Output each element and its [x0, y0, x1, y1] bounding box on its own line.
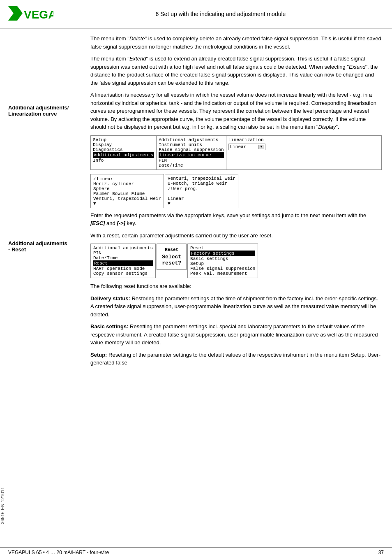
menu-col-1: Setup Display Diagnostics Additional adj…	[91, 136, 157, 169]
menu-col2-header: Additional adjustments	[159, 137, 224, 142]
page-footer: VEGAPULS 65 • 4 … 20 mA/HART - four-wire…	[0, 548, 392, 557]
document-id: 36516-EN-121011	[0, 487, 7, 524]
menu-item-pin: PIN	[159, 158, 224, 163]
menu-item-linearization: Linearization curve	[159, 152, 224, 158]
logo: VEGA	[8, 4, 58, 24]
reset-available-paragraph: The following reset functions are availa…	[90, 282, 382, 290]
linearization-dropdown[interactable]: Linear ▼	[228, 144, 265, 150]
menu-item-info: Info	[93, 158, 154, 163]
menu-diagram-1: Setup Display Diagnostics Additional adj…	[90, 135, 382, 170]
palmer-option: Palmer-Bowlus Flume	[93, 191, 161, 196]
reset-col2-header: Reset	[165, 247, 178, 252]
horiz-cylinder-option: Horiz. cylinder	[93, 181, 161, 186]
menu-item-additional: Additional adjustments	[93, 152, 154, 158]
setup-option: Setup	[190, 261, 255, 266]
user-prog-option: User prog.	[168, 186, 235, 191]
sidebar-reset-label: Additional adjustments- Reset	[8, 240, 80, 253]
reset-item: Reset	[93, 260, 153, 266]
reset-header: Additional adjustments	[93, 246, 153, 251]
footer-left: VEGAPULS 65 • 4 … 20 mA/HART - four-wire	[8, 550, 109, 555]
footer-right: 37	[378, 550, 384, 555]
linearization-paragraph: A linearisation is necessary for all ves…	[90, 91, 382, 131]
reset-question: reset?	[162, 260, 181, 266]
menu-item-display: Display	[93, 142, 154, 147]
setup-paragraph: Setup: Resetting of the parameter settin…	[90, 351, 382, 367]
false-signal-option: False signal suppression	[190, 266, 255, 271]
sphere-option: Sphere	[93, 186, 161, 191]
menu-diagram-2: Linear Horiz. cylinder Sphere Palmer-Bow…	[90, 174, 382, 208]
header-title: 6 Set up with the indicating and adjustm…	[58, 11, 384, 17]
menu-col-3: Linearization Linear ▼	[226, 136, 267, 169]
reset-pin: PIN	[93, 251, 153, 255]
basic-settings-option: Basic settings	[190, 256, 255, 261]
factory-settings-option: Factory settings	[190, 251, 255, 256]
linear-option: Linear	[93, 176, 161, 181]
delivery-status-paragraph: Delivery status: Restoring the parameter…	[90, 295, 382, 319]
linearization-value: Linear	[230, 144, 259, 149]
linearization-label: Linearization	[228, 137, 265, 142]
svg-marker-0	[8, 6, 23, 21]
dropdown-arrow-icon[interactable]: ▼	[258, 145, 263, 149]
reset-menu-col1: Additional adjustments PIN Date/Time Res…	[90, 244, 156, 278]
left-sidebar: Additional adjustments/Linearization cur…	[0, 28, 86, 377]
reset-intro-paragraph: With a reset, certain parameter adjustme…	[90, 232, 382, 240]
menu-item-falsesig: False signal suppression	[159, 147, 224, 152]
menu-item-instrunits: Instrument units	[159, 142, 224, 147]
peak-val-option: Peak val. measurement	[190, 271, 255, 276]
menu-item-setup: Setup	[93, 137, 154, 142]
reset-diagram: Additional adjustments PIN Date/Time Res…	[90, 244, 382, 278]
select-label: Select	[162, 254, 181, 260]
venturi-option: Venturi, trapezoidal weir	[93, 196, 161, 201]
curve-type-menu: Linear Horiz. cylinder Sphere Palmer-Bow…	[90, 174, 164, 208]
menu-item-diagnostics: Diagnostics	[93, 147, 154, 152]
unotch-option: U-Notch, triangle weir	[168, 181, 235, 186]
reset-col3-header: Reset	[190, 246, 255, 251]
sidebar-linearization: Additional adjustments/Linearization cur…	[8, 104, 80, 117]
main-content: The menu item "Delete" is used to comple…	[86, 28, 392, 377]
sidebar-linearization-label: Additional adjustments/Linearization cur…	[8, 104, 80, 117]
venturi-trap-option: Venturi, trapezoidal weir	[168, 176, 235, 181]
page-header: VEGA 6 Set up with the indicating and ad…	[0, 0, 392, 28]
enter-keys-paragraph: Enter the requested parameters via the a…	[90, 211, 382, 227]
extend-paragraph: The menu item "Extend" is used to extend…	[90, 55, 382, 87]
reset-select-col: Reset Select reset?	[157, 244, 187, 270]
svg-text:VEGA: VEGA	[24, 8, 53, 21]
basic-settings-paragraph: Basic settings: Resetting the parameter …	[90, 323, 382, 347]
reset-hart: HART operation mode	[93, 266, 153, 271]
page-content: Additional adjustments/Linearization cur…	[0, 28, 392, 377]
separator-line: --------------------	[168, 191, 235, 196]
reset-copy: Copy sensor settings	[93, 271, 153, 276]
reset-options-col: Reset Factory settings Basic settings Se…	[187, 244, 258, 278]
reset-datetime: Date/Time	[93, 255, 153, 260]
delete-paragraph: The menu item "Delete" is used to comple…	[90, 35, 382, 51]
linear-option-2: Linear	[168, 196, 235, 201]
curve-additional-menu: Venturi, trapezoidal weir U-Notch, trian…	[165, 174, 238, 208]
menu-item-datetime: Date/Time	[159, 163, 224, 168]
menu-col-2: Additional adjustments Instrument units …	[157, 136, 226, 169]
sidebar-reset: Additional adjustments- Reset	[8, 240, 80, 253]
